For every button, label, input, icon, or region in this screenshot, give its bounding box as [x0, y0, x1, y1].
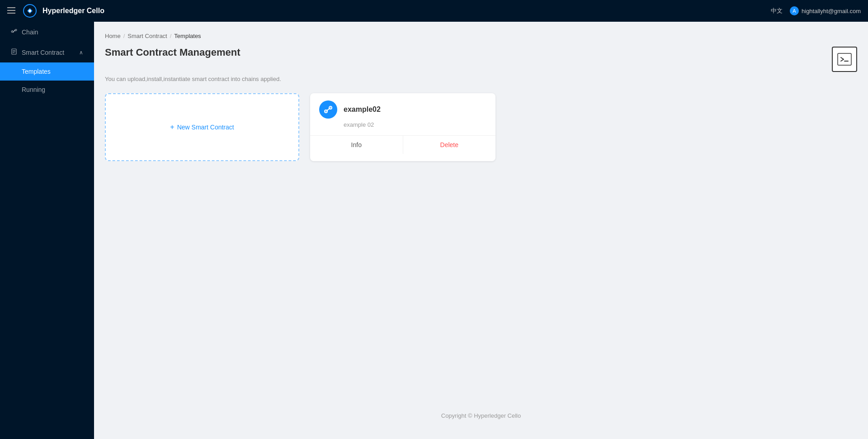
- templates-label: Templates: [22, 68, 51, 75]
- svg-rect-11: [838, 53, 851, 65]
- svg-rect-0: [7, 7, 15, 8]
- info-button[interactable]: Info: [310, 136, 403, 154]
- contract-icon: [319, 100, 337, 119]
- smart-contract-group-label: Smart Contract: [22, 49, 64, 56]
- svg-point-4: [28, 10, 31, 12]
- contract-name: example02: [344, 105, 381, 114]
- user-info: A hightallyht@gmail.com: [790, 6, 861, 15]
- new-smart-contract-button[interactable]: + New Smart Contract: [170, 123, 234, 131]
- breadcrumb-home: Home: [105, 33, 121, 39]
- header-right: 中文 A hightallyht@gmail.com: [771, 6, 861, 15]
- breadcrumb-templates: Templates: [174, 33, 201, 39]
- user-avatar: A: [790, 6, 799, 15]
- svg-rect-6: [15, 29, 17, 31]
- contract-card-header: example02: [319, 100, 486, 119]
- main-content: Home / Smart Contract / Templates Smart …: [94, 22, 868, 439]
- plus-icon: +: [170, 123, 174, 131]
- sidebar-group-smart-contract: Smart Contract ∧ Templates Running: [0, 42, 94, 99]
- chevron-up-icon: ∧: [79, 49, 83, 56]
- app-logo: [23, 4, 37, 18]
- sidebar-item-templates[interactable]: Templates: [0, 62, 94, 81]
- footer: Copyright © Hyperledger Cello: [105, 403, 857, 428]
- page-title: Smart Contract Management: [105, 47, 241, 58]
- sidebar-item-running[interactable]: Running: [0, 81, 94, 99]
- footer-text: Copyright © Hyperledger Cello: [441, 412, 521, 419]
- contract-card-body: example02 example 02: [310, 93, 495, 135]
- svg-rect-2: [7, 13, 15, 14]
- sidebar-item-chain[interactable]: Chain: [0, 22, 94, 42]
- contract-card: example02 example 02 Info Delete: [310, 93, 495, 161]
- top-header: Hyperledger Cello 中文 A hightallyht@gmail…: [0, 0, 868, 22]
- app-title: Hyperledger Cello: [42, 7, 104, 15]
- sidebar: Chain Smart Contract ∧: [0, 22, 94, 439]
- smart-contract-group-icon: [11, 48, 17, 56]
- terminal-icon-button[interactable]: [832, 47, 857, 72]
- svg-rect-1: [7, 10, 15, 11]
- breadcrumb: Home / Smart Contract / Templates: [105, 33, 857, 39]
- contract-card-footer: Info Delete: [310, 135, 495, 154]
- chain-label: Chain: [22, 29, 38, 36]
- breadcrumb-smart-contract: Smart Contract: [127, 33, 167, 39]
- new-contract-label: New Smart Contract: [177, 124, 234, 131]
- header-left: Hyperledger Cello: [7, 4, 104, 18]
- new-contract-card[interactable]: + New Smart Contract: [105, 93, 299, 161]
- cards-area: + New Smart Contract: [105, 93, 857, 161]
- page-subtitle: You can upload,install,instantiate smart…: [105, 76, 857, 82]
- language-button[interactable]: 中文: [771, 7, 783, 15]
- running-label: Running: [22, 86, 45, 93]
- hamburger-menu[interactable]: [7, 6, 15, 16]
- user-email: hightallyht@gmail.com: [802, 8, 861, 14]
- delete-button[interactable]: Delete: [403, 136, 496, 154]
- contract-description: example 02: [344, 121, 486, 128]
- chain-icon: [11, 28, 17, 36]
- svg-point-15: [326, 111, 326, 112]
- page-title-area: Smart Contract Management: [105, 47, 857, 72]
- app-layout: Chain Smart Contract ∧: [0, 22, 868, 439]
- smart-contract-group-header[interactable]: Smart Contract ∧: [0, 42, 94, 62]
- svg-point-16: [330, 107, 331, 108]
